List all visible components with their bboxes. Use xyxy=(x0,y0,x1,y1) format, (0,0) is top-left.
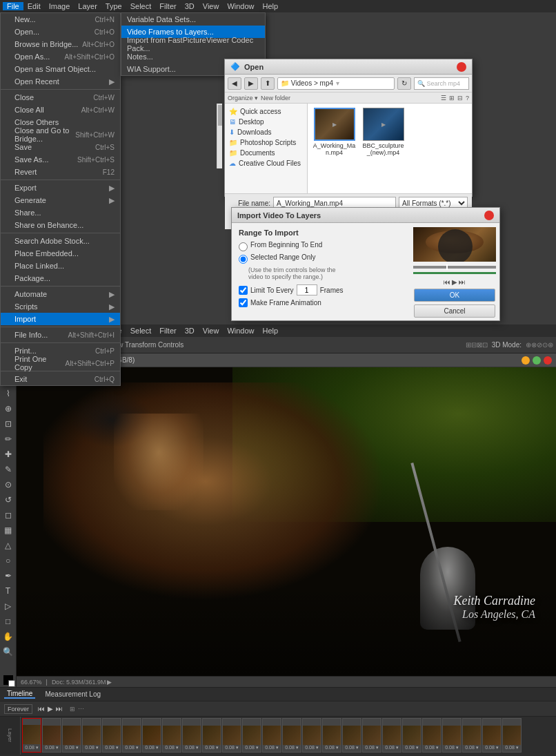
menu-scripts[interactable]: Scripts ▶ xyxy=(1,300,120,313)
tool-lasso-b[interactable]: ⌇ xyxy=(1,387,15,400)
frame-12[interactable]: 0.08 ▾ xyxy=(242,718,261,753)
menu-exit[interactable]: Exit Ctrl+Q xyxy=(1,373,120,385)
window-maximize-btn[interactable] xyxy=(533,356,541,365)
frame-10[interactable]: 0.08 ▾ xyxy=(202,718,221,753)
tool-quick-select-b[interactable]: ⊕ xyxy=(1,402,15,416)
sidebar-downloads[interactable]: ⬇ Downloads xyxy=(225,127,307,137)
menu-open-recent[interactable]: Open Recent ▶ xyxy=(1,75,120,88)
frame-23[interactable]: 0.08 ▾ xyxy=(462,718,481,753)
limit-value-input[interactable] xyxy=(297,284,317,295)
frame-19[interactable]: 0.08 ▾ xyxy=(382,718,401,753)
menu-item-view[interactable]: View xyxy=(199,2,224,10)
menu-automate[interactable]: Automate ▶ xyxy=(1,288,120,300)
tab-measurement-log[interactable]: Measurement Log xyxy=(42,690,103,698)
make-frame-animation-checkbox[interactable] xyxy=(239,298,248,307)
frame-16[interactable]: 0.08 ▾ xyxy=(322,718,341,753)
tool-dodge-b[interactable]: ○ xyxy=(1,554,15,568)
menu-share[interactable]: Share... xyxy=(1,206,120,219)
frame-9[interactable]: 0.08 ▾ xyxy=(182,718,201,753)
doc-info-arrow[interactable]: ▶ xyxy=(107,679,112,686)
tab-timeline[interactable]: Timeline xyxy=(4,690,35,699)
tl-play-btn[interactable]: ▶ xyxy=(48,705,53,713)
play-btn[interactable]: ▶ xyxy=(452,278,457,286)
menu-item-file[interactable]: File xyxy=(3,2,23,10)
bottom-menu-3d[interactable]: 3D xyxy=(181,327,199,335)
tool-path-select-b[interactable]: ▷ xyxy=(1,599,15,613)
frame-20[interactable]: 0.08 ▾ xyxy=(402,718,421,753)
organize-btn[interactable]: Organize ▾ xyxy=(228,95,258,101)
menu-new[interactable]: New... Ctrl+N xyxy=(1,13,120,26)
path-bar[interactable]: 📁 Videos > mp4 ▾ xyxy=(277,77,395,90)
menu-file-info[interactable]: File Info... Alt+Shift+Ctrl+I xyxy=(1,329,120,341)
import-fastpicture[interactable]: Import from FastPictureViewer Codec Pack… xyxy=(121,38,265,50)
menu-place-linked[interactable]: Place Linked... xyxy=(1,260,120,272)
menu-close[interactable]: Close Ctrl+W xyxy=(1,91,120,104)
nav-refresh-btn[interactable]: ↻ xyxy=(397,77,411,90)
frame-3[interactable]: 0.08 ▾ xyxy=(62,718,81,753)
frame-6[interactable]: 0.08 ▾ xyxy=(122,718,141,753)
menu-item-image[interactable]: Image xyxy=(45,2,75,10)
tl-prev-frame-btn[interactable]: ⏮ xyxy=(38,705,45,713)
frame-14[interactable]: 0.08 ▾ xyxy=(282,718,301,753)
tool-eyedropper-b[interactable]: ✏ xyxy=(1,432,15,446)
menu-print-one-copy[interactable]: Print One Copy Alt+Shift+Ctrl+P xyxy=(1,357,120,369)
menu-export[interactable]: Export ▶ xyxy=(1,182,120,194)
menu-item-select[interactable]: Select xyxy=(126,2,156,10)
menu-browse-bridge[interactable]: Browse in Bridge... Alt+Ctrl+O xyxy=(1,38,120,50)
bottom-menu-window[interactable]: Window xyxy=(223,327,258,335)
import-variable-data[interactable]: Variable Data Sets... xyxy=(121,13,265,26)
limit-checkbox[interactable] xyxy=(239,286,248,295)
menu-save-as[interactable]: Save As... Shift+Ctrl+S xyxy=(1,153,120,166)
tool-zoom-b[interactable]: 🔍 xyxy=(1,645,15,659)
tool-eraser-b[interactable]: ◻ xyxy=(1,508,15,522)
view-toggle-3[interactable]: ⊟ xyxy=(457,95,463,101)
tool-history-brush-b[interactable]: ↺ xyxy=(1,493,15,507)
sidebar-desktop[interactable]: 🖥 Desktop xyxy=(225,117,307,127)
tool-heal-b[interactable]: ✚ xyxy=(1,447,15,461)
bottom-menu-help[interactable]: Help xyxy=(259,327,283,335)
tool-crop-b[interactable]: ⊡ xyxy=(1,417,15,431)
play-to-start-btn[interactable]: ⏮ xyxy=(444,278,450,286)
frame-5[interactable]: 0.08 ▾ xyxy=(102,718,121,753)
menu-item-window[interactable]: Window xyxy=(223,2,258,10)
window-close-btn[interactable] xyxy=(544,356,552,365)
menu-item-type[interactable]: Type xyxy=(101,2,126,10)
frame-15[interactable]: 0.08 ▾ xyxy=(302,718,321,753)
menu-open-smart-object[interactable]: Open as Smart Object... xyxy=(1,63,120,75)
tool-gradient-b[interactable]: ▦ xyxy=(1,523,15,537)
frame-24[interactable]: 0.08 ▾ xyxy=(482,718,502,753)
ok-button[interactable]: OK xyxy=(414,289,495,302)
file-item-bbc-sculpture[interactable]: ▶ BBC_sculpture_(new).mp4 xyxy=(361,108,406,189)
radio-beginning-to-end[interactable] xyxy=(239,242,248,251)
menu-revert[interactable]: Revert F12 xyxy=(1,166,120,178)
menu-item-help[interactable]: Help xyxy=(259,2,283,10)
tool-blur-b[interactable]: △ xyxy=(1,539,15,552)
tool-shape-b[interactable]: □ xyxy=(1,614,15,628)
menu-item-3d[interactable]: 3D xyxy=(181,2,199,10)
sidebar-photoshop-scripts[interactable]: 📁 Photoshop Scripts xyxy=(225,137,307,148)
search-input-open[interactable]: 🔍 Search mp4 xyxy=(414,77,469,90)
menu-place-embedded[interactable]: Place Embedded... xyxy=(1,247,120,260)
nav-up-btn[interactable]: ⬆ xyxy=(261,77,275,90)
new-folder-btn[interactable]: New folder xyxy=(261,95,290,101)
menu-open[interactable]: Open... Ctrl+O xyxy=(1,26,120,38)
frame-17[interactable]: 0.08 ▾ xyxy=(342,718,361,753)
cancel-import-button[interactable]: Cancel xyxy=(414,304,495,318)
tl-next-frame-btn[interactable]: ⏭ xyxy=(56,705,63,713)
open-dialog-close[interactable]: ✕ xyxy=(457,62,466,72)
frame-4[interactable]: 0.08 ▾ xyxy=(82,718,101,753)
frame-1[interactable]: 0.08 ▾ xyxy=(22,718,41,753)
bottom-menu-select[interactable]: Select xyxy=(126,327,156,335)
menu-item-layer[interactable]: Layer xyxy=(74,2,101,10)
tool-text-b[interactable]: T xyxy=(1,584,15,598)
frame-2[interactable]: 0.08 ▾ xyxy=(42,718,61,753)
sidebar-quick-access[interactable]: ⭐ Quick access xyxy=(225,106,307,117)
help-btn-open[interactable]: ? xyxy=(466,95,469,101)
import-video-close[interactable]: ✕ xyxy=(484,211,494,220)
bottom-menu-view[interactable]: View xyxy=(199,327,224,335)
menu-open-as[interactable]: Open As... Alt+Shift+Ctrl+O xyxy=(1,50,120,63)
window-minimize-btn[interactable] xyxy=(522,356,530,365)
menu-close-go-bridge[interactable]: Close and Go to Bridge... Shift+Ctrl+W xyxy=(1,128,120,141)
radio-selected-range[interactable] xyxy=(239,255,248,264)
play-to-end-btn[interactable]: ⏭ xyxy=(459,278,466,286)
